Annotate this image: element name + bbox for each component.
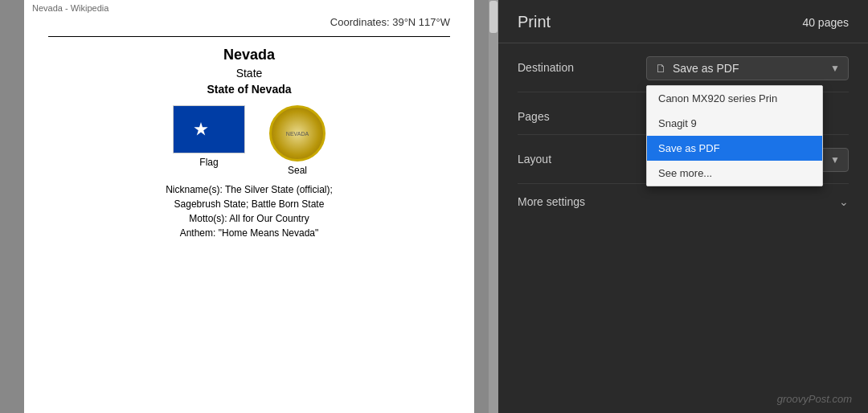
dropdown-item-snagit[interactable]: Snagit 9 [647,111,822,136]
print-body: Destination 🗋 Save as PDF ▼ Canon MX920 … [498,43,868,413]
more-settings-label: More settings [518,195,585,208]
dropdown-item-seemore[interactable]: See more... [647,161,822,186]
destination-dropdown[interactable]: 🗋 Save as PDF ▼ [646,56,849,80]
nickname-text1: Nickname(s): The Silver State (official)… [48,184,450,195]
watermark: groovyPost.com [777,393,852,405]
seal-block: NEVADA Seal [269,105,326,176]
divider [48,36,450,37]
dropdown-item-savepdf[interactable]: Save as PDF [647,136,822,161]
state-name: Nevada [48,47,450,63]
print-title: Print [518,13,551,31]
subtitle2: State of Nevada [48,83,450,96]
print-preview-area: Nevada - Wikipedia Coordinates: 39°N 117… [0,0,498,413]
seal-image: NEVADA [269,105,326,162]
destination-value: Save as PDF [673,62,739,75]
pages-count: 40 pages [802,16,849,29]
more-settings-row[interactable]: More settings ⌄ [518,184,849,219]
scrollbar-thumb[interactable] [489,1,497,33]
layout-label: Layout [518,148,646,166]
destination-dropdown-menu: Canon MX920 series Prin Snagit 9 Save as… [646,85,823,186]
subtitle1: State [48,67,450,80]
destination-arrow-icon: ▼ [830,63,840,74]
nickname-text2: Sagebrush State; Battle Born State [48,198,450,210]
destination-label: Destination [518,56,646,74]
more-settings-arrow-icon: ⌄ [839,195,849,208]
anthem-text: Anthem: "Home Means Nevada" [48,227,450,239]
flag-image [173,105,245,153]
page-content: Nevada - Wikipedia Coordinates: 39°N 117… [24,0,474,413]
page-title: Nevada - Wikipedia [32,3,108,13]
coordinates-text: Coordinates: 39°N 117°W [48,16,450,28]
flag-caption: Flag [199,157,218,168]
motto-text: Motto(s): All for Our Country [48,213,450,224]
pages-label: Pages [518,105,646,123]
flag-star-icon [194,122,208,137]
scrollbar[interactable] [489,0,498,413]
images-row: Flag NEVADA Seal [48,105,450,176]
destination-row: Destination 🗋 Save as PDF ▼ Canon MX920 … [518,43,849,92]
print-panel: Print 40 pages Destination 🗋 Save as PDF… [498,0,868,413]
seal-caption: Seal [288,165,307,176]
layout-arrow-icon: ▼ [830,154,840,166]
doc-icon: 🗋 [655,62,666,75]
destination-control: 🗋 Save as PDF ▼ Canon MX920 series Prin … [646,56,849,80]
print-header: Print 40 pages [498,0,868,43]
dropdown-item-canon[interactable]: Canon MX920 series Prin [647,86,822,111]
flag-block: Flag [173,105,245,176]
